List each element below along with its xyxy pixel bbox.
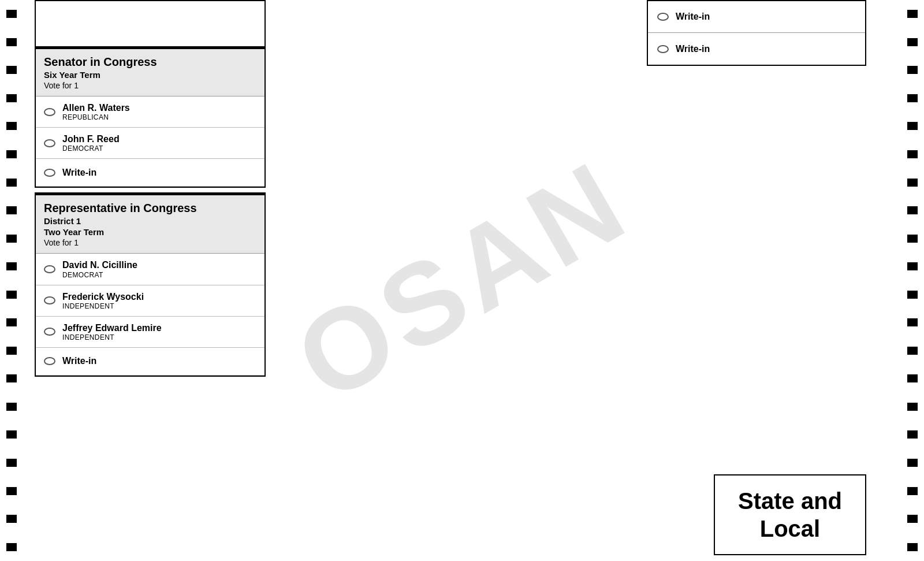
representative-title: Representative in Congress xyxy=(44,201,256,215)
senator-section: Senator in Congress Six Year Term Vote f… xyxy=(35,46,266,188)
timing-mark xyxy=(907,515,918,523)
representative-writein-label: Write-in xyxy=(62,356,96,366)
right-writein-box-2[interactable]: Write-in xyxy=(648,33,865,65)
timing-mark xyxy=(6,10,17,18)
timing-mark xyxy=(907,459,918,467)
timing-mark xyxy=(907,374,918,382)
timing-mark xyxy=(907,179,918,187)
representative-vote-for: Vote for 1 xyxy=(44,238,256,247)
candidate-name-reed: John F. Reed xyxy=(62,133,120,144)
timing-mark xyxy=(6,262,17,270)
candidate-party-reed: DEMOCRAT xyxy=(62,144,120,153)
candidate-info-cicilline: David N. Cicilline DEMOCRAT xyxy=(62,259,137,278)
watermark: OSAN xyxy=(274,133,650,427)
timing-mark xyxy=(907,206,918,214)
ballot-left-column: Senator in Congress Six Year Term Vote f… xyxy=(35,0,266,377)
candidate-oval-wysocki[interactable] xyxy=(44,296,55,304)
timing-mark xyxy=(907,66,918,74)
timing-mark xyxy=(907,94,918,102)
ballot-right-area: Write-in Write-in xyxy=(647,0,866,66)
representative-writein-row[interactable]: Write-in xyxy=(36,348,264,376)
timing-mark xyxy=(6,122,17,130)
candidate-row-cicilline[interactable]: David N. Cicilline DEMOCRAT xyxy=(36,254,264,285)
candidate-info-lemire: Jeffrey Edward Lemire Independent xyxy=(62,322,162,341)
timing-marks-right xyxy=(901,0,924,561)
right-writein-oval-1[interactable] xyxy=(657,13,669,21)
candidate-info-waters: Allen R. Waters REPUBLICAN xyxy=(62,102,130,121)
timing-mark xyxy=(907,318,918,326)
right-writein-box-1[interactable]: Write-in xyxy=(648,1,865,33)
timing-mark xyxy=(6,38,17,46)
top-blank-section xyxy=(35,0,266,46)
timing-mark xyxy=(6,318,17,326)
candidate-oval-reed[interactable] xyxy=(44,139,55,147)
representative-header: Representative in Congress District 1 Tw… xyxy=(36,194,264,254)
state-local-text-line1: State and xyxy=(738,487,842,515)
state-local-box: State and Local xyxy=(714,474,866,555)
candidate-info-wysocki: Frederick Wysocki Independent xyxy=(62,291,144,310)
representative-district: District 1 xyxy=(44,216,256,226)
timing-mark xyxy=(907,262,918,270)
timing-mark xyxy=(6,66,17,74)
timing-mark xyxy=(6,94,17,102)
representative-term: Two Year Term xyxy=(44,227,256,237)
candidate-name-lemire: Jeffrey Edward Lemire xyxy=(62,322,162,333)
timing-mark xyxy=(6,291,17,299)
timing-mark xyxy=(907,38,918,46)
timing-mark xyxy=(6,543,17,551)
timing-mark xyxy=(6,235,17,243)
candidate-party-cicilline: DEMOCRAT xyxy=(62,271,137,279)
timing-mark xyxy=(907,347,918,355)
timing-mark xyxy=(907,487,918,495)
timing-mark xyxy=(6,430,17,439)
representative-writein-oval[interactable] xyxy=(44,357,55,365)
candidate-row-reed[interactable]: John F. Reed DEMOCRAT xyxy=(36,128,264,159)
candidate-party-waters: REPUBLICAN xyxy=(62,113,130,121)
timing-marks-left xyxy=(0,0,23,561)
candidate-row-wysocki[interactable]: Frederick Wysocki Independent xyxy=(36,285,264,317)
timing-mark xyxy=(907,235,918,243)
timing-mark xyxy=(907,403,918,411)
senator-writein-label: Write-in xyxy=(62,168,96,178)
candidate-name-cicilline: David N. Cicilline xyxy=(62,259,137,270)
senator-title: Senator in Congress xyxy=(44,55,256,69)
state-local-text-line2: Local xyxy=(738,515,842,543)
timing-mark xyxy=(6,374,17,382)
timing-mark xyxy=(6,206,17,214)
timing-mark xyxy=(907,150,918,158)
timing-mark xyxy=(6,179,17,187)
candidate-name-waters: Allen R. Waters xyxy=(62,102,130,113)
timing-mark xyxy=(907,543,918,551)
senator-header: Senator in Congress Six Year Term Vote f… xyxy=(36,47,264,96)
timing-mark xyxy=(6,487,17,495)
timing-mark xyxy=(6,347,17,355)
candidate-oval-cicilline[interactable] xyxy=(44,265,55,273)
timing-mark xyxy=(6,150,17,158)
right-writein-oval-2[interactable] xyxy=(657,45,669,53)
candidate-oval-waters[interactable] xyxy=(44,108,55,116)
candidate-row-lemire[interactable]: Jeffrey Edward Lemire Independent xyxy=(36,317,264,348)
candidate-oval-lemire[interactable] xyxy=(44,328,55,336)
candidate-party-wysocki: Independent xyxy=(62,302,144,310)
senator-vote-for: Vote for 1 xyxy=(44,81,256,90)
candidate-party-lemire: Independent xyxy=(62,333,162,341)
right-writein-boxes: Write-in Write-in xyxy=(647,0,866,66)
timing-mark xyxy=(907,430,918,439)
timing-mark xyxy=(6,403,17,411)
right-writein-label-1: Write-in xyxy=(676,12,710,22)
candidate-row-waters[interactable]: Allen R. Waters REPUBLICAN xyxy=(36,96,264,128)
senator-writein-oval[interactable] xyxy=(44,169,55,177)
representative-section: Representative in Congress District 1 Tw… xyxy=(35,192,266,377)
candidate-name-wysocki: Frederick Wysocki xyxy=(62,291,144,302)
timing-mark xyxy=(6,515,17,523)
timing-mark xyxy=(6,459,17,467)
timing-mark xyxy=(907,10,918,18)
right-writein-label-2: Write-in xyxy=(676,44,710,54)
candidate-info-reed: John F. Reed DEMOCRAT xyxy=(62,133,120,153)
timing-mark xyxy=(907,291,918,299)
senator-writein-row[interactable]: Write-in xyxy=(36,159,264,187)
senator-subtitle: Six Year Term xyxy=(44,70,256,80)
timing-mark xyxy=(907,122,918,130)
